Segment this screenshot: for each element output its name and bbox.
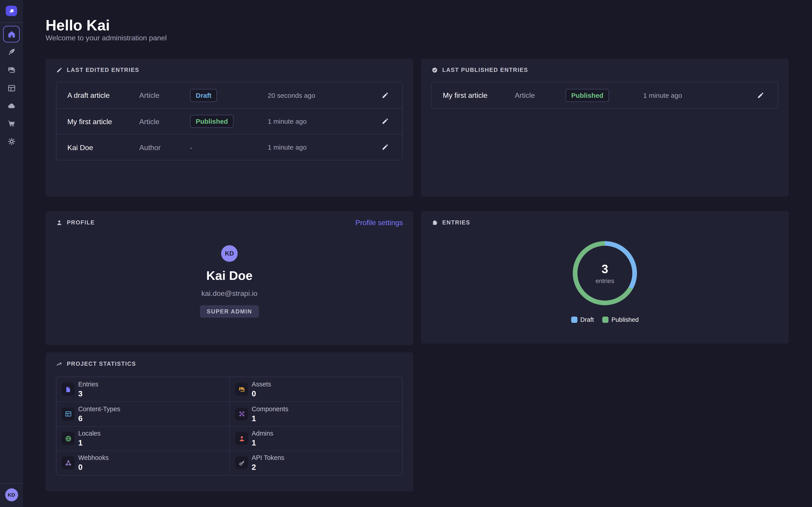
edit-entry-button[interactable] (377, 88, 392, 102)
card-title: PROJECT STATISTICS (67, 360, 136, 367)
chart-legend: Draft Published (421, 316, 789, 323)
entry-time: 20 seconds ago (268, 91, 377, 99)
entry-name: A draft article (67, 91, 139, 99)
project-statistics-card: PROJECT STATISTICS Entries3 Assets0 Cont… (46, 352, 413, 492)
entries-donut-chart: 3 entries (573, 241, 637, 305)
cart-icon (7, 119, 16, 127)
stat-label: Admins (252, 430, 273, 437)
edit-entry-button[interactable] (377, 140, 392, 154)
last-published-table: My first article Article Published 1 min… (432, 82, 778, 109)
card-title: LAST PUBLISHED ENTRIES (442, 67, 528, 73)
role-badge: SUPER ADMIN (200, 305, 259, 318)
entry-name: My first article (67, 117, 139, 125)
table-row: My first article Article Published 1 min… (56, 108, 402, 134)
sidebar: KD (0, 0, 23, 507)
profile-name: Kai Doe (206, 269, 252, 283)
entries-count: 3 (602, 262, 608, 276)
stat-label: Components (252, 406, 289, 413)
person-icon (235, 432, 248, 445)
entry-type: Article (139, 117, 190, 125)
card-header: PROFILE Profile settings (56, 218, 403, 227)
stats-grid: Entries3 Assets0 Content-Types6 Componen… (56, 377, 403, 475)
webhook-icon (62, 456, 74, 469)
stat-value: 0 (78, 463, 109, 471)
entry-type: Author (139, 143, 190, 152)
stat-assets: Assets0 (230, 377, 402, 402)
stat-label: Assets (252, 381, 271, 388)
legend-label: Published (611, 316, 639, 323)
puzzle-icon (432, 219, 438, 226)
profile-avatar: KD (221, 245, 238, 262)
stat-value: 6 (78, 414, 120, 422)
status-badge: Published (565, 89, 609, 102)
status-badge: Draft (190, 89, 217, 102)
last-edited-table: A draft article Article Draft 20 seconds… (56, 82, 403, 160)
pencil-icon (756, 91, 764, 99)
table-row: My first article Article Published 1 min… (432, 82, 778, 108)
trend-up-icon (56, 360, 63, 367)
person-icon (56, 219, 63, 226)
profile-card: PROFILE Profile settings KD Kai Doe kai.… (46, 211, 413, 345)
stat-label: Webhooks (78, 454, 109, 462)
table-row: A draft article Article Draft 20 seconds… (56, 82, 402, 108)
stat-value: 2 (252, 463, 285, 471)
check-circle-icon (432, 66, 438, 73)
last-published-entries-card: LAST PUBLISHED ENTRIES My first article … (421, 58, 789, 196)
images-icon (235, 383, 248, 396)
home-icon (7, 30, 16, 39)
entry-time: 1 minute ago (268, 117, 377, 125)
entry-time: 1 minute ago (268, 143, 377, 151)
draft-swatch (571, 317, 577, 323)
key-icon (235, 456, 248, 469)
stat-value: 1 (252, 438, 273, 447)
card-title: PROFILE (67, 219, 95, 226)
card-header: ENTRIES (432, 218, 778, 227)
card-title: ENTRIES (442, 219, 470, 226)
stat-api-tokens: API Tokens2 (230, 450, 402, 475)
profile-settings-link[interactable]: Profile settings (355, 218, 403, 227)
profile-email: kai.doe@strapi.io (201, 289, 258, 297)
stat-label: API Tokens (252, 454, 285, 462)
sidebar-item-content-type-builder[interactable] (3, 80, 19, 96)
sidebar-item-media-library[interactable] (3, 61, 19, 78)
images-icon (7, 65, 16, 74)
status-badge: Published (190, 115, 234, 128)
layout-icon (62, 408, 74, 420)
sidebar-divider-top (0, 22, 23, 23)
stat-value: 1 (252, 414, 289, 422)
status-empty: - (190, 143, 193, 152)
entries-count-label: entries (596, 277, 614, 284)
edit-entry-button[interactable] (377, 114, 392, 128)
card-header: LAST EDITED ENTRIES (56, 66, 403, 74)
stat-value: 1 (78, 438, 101, 447)
strapi-logo-icon (7, 7, 15, 15)
stat-label: Entries (78, 381, 98, 388)
page-subtitle: Welcome to your administration panel (46, 34, 167, 42)
sidebar-item-settings[interactable] (3, 133, 19, 150)
last-edited-entries-card: LAST EDITED ENTRIES A draft article Arti… (46, 58, 413, 196)
pencil-icon (381, 143, 389, 151)
strapi-logo[interactable] (6, 6, 17, 16)
legend-item-draft: Draft (571, 316, 594, 323)
sidebar-item-marketplace[interactable] (3, 115, 19, 131)
gear-icon (7, 137, 16, 146)
sidebar-item-cloud[interactable] (3, 97, 19, 114)
layout-icon (7, 83, 16, 93)
stat-entries: Entries3 (56, 377, 230, 402)
stat-value: 3 (78, 389, 98, 398)
stat-webhooks: Webhooks0 (56, 450, 230, 475)
entry-type: Article (515, 91, 565, 99)
legend-label: Draft (580, 316, 594, 323)
sidebar-item-content-manager[interactable] (3, 44, 19, 60)
pencil-icon (56, 66, 63, 73)
stat-label: Locales (78, 430, 101, 437)
legend-item-published: Published (602, 316, 639, 323)
donut-center: 3 entries (577, 246, 632, 300)
sidebar-divider-bottom (0, 483, 23, 484)
sidebar-user-avatar[interactable]: KD (5, 488, 18, 501)
pencil-icon (381, 117, 389, 125)
edit-entry-button[interactable] (753, 88, 767, 102)
stat-value: 0 (252, 389, 271, 398)
stat-locales: Locales1 (56, 426, 230, 450)
sidebar-item-home[interactable] (3, 26, 19, 42)
